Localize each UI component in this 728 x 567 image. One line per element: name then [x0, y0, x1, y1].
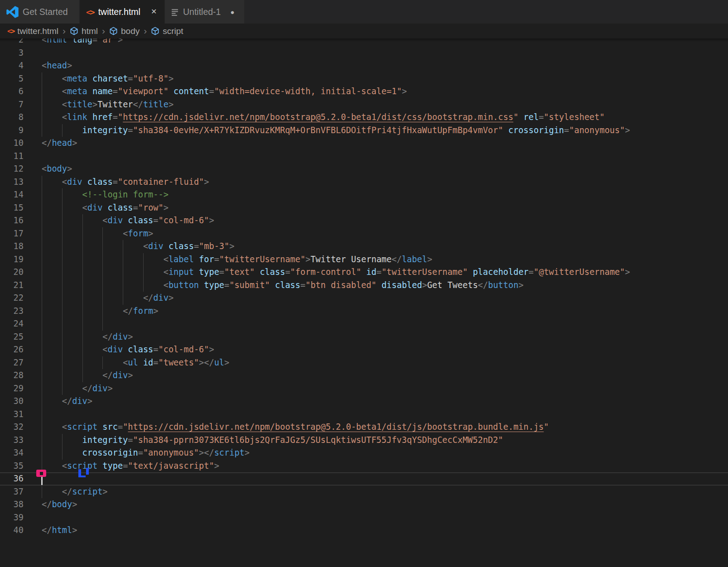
tab-get-started[interactable]: Get Started: [0, 0, 80, 24]
code-line[interactable]: 11: [0, 150, 728, 163]
code-line[interactable]: 20 <input type="text" class="form-contro…: [0, 266, 728, 279]
code-line[interactable]: 12<body>: [0, 163, 728, 176]
line-number[interactable]: 24: [0, 317, 24, 331]
code-line[interactable]: 13 <div class="container-fluid">: [0, 176, 728, 189]
code-line-content[interactable]: <input type="text" class="form-control" …: [42, 266, 630, 279]
line-number[interactable]: 19: [0, 253, 24, 266]
code-line-content[interactable]: </div>: [42, 292, 174, 305]
line-number[interactable]: 38: [0, 498, 24, 511]
code-line[interactable]: 16 <div class="col-md-6">: [0, 214, 728, 227]
code-line-content[interactable]: </form>: [42, 305, 159, 318]
line-number[interactable]: 7: [0, 98, 24, 111]
line-number[interactable]: 34: [0, 447, 24, 460]
code-line[interactable]: 36: [0, 472, 728, 485]
code-line[interactable]: 22 </div>: [0, 292, 728, 305]
line-number[interactable]: 28: [0, 369, 24, 382]
code-line[interactable]: 17 <form>: [0, 227, 728, 240]
code-line[interactable]: 8 <link href="https://cdn.jsdelivr.net/n…: [0, 111, 728, 124]
code-line-content[interactable]: </head>: [42, 137, 77, 150]
code-line[interactable]: 9 integrity="sha384-0evHe/X+R7YkIZDRvuzK…: [0, 124, 728, 137]
code-line[interactable]: 7 <title>Twitter</title>: [0, 98, 728, 111]
code-line[interactable]: 27 <ul id="tweets"></ul>: [0, 356, 728, 370]
line-number[interactable]: 10: [0, 137, 24, 150]
code-rows[interactable]: 2<html lang="ar">34<head>5 <meta charset…: [0, 34, 728, 537]
code-line[interactable]: 25 </div>: [0, 331, 728, 344]
line-number[interactable]: 18: [0, 240, 24, 253]
code-line-content[interactable]: <link href="https://cdn.jsdelivr.net/npm…: [42, 111, 605, 124]
code-line[interactable]: 29 </div>: [0, 382, 728, 395]
code-line[interactable]: 18 <div class="mb-3">: [0, 240, 728, 253]
code-editor[interactable]: 2<html lang="ar">34<head>5 <meta charset…: [0, 0, 728, 567]
code-line-content[interactable]: </div>: [42, 369, 133, 382]
code-line[interactable]: 39: [0, 511, 728, 524]
line-number[interactable]: 37: [0, 485, 24, 499]
code-line-content[interactable]: <label for="twitterUsername">Twitter Use…: [42, 253, 432, 266]
line-number[interactable]: 16: [0, 214, 24, 227]
line-number[interactable]: 25: [0, 331, 24, 344]
line-number[interactable]: 17: [0, 227, 24, 240]
code-line[interactable]: 19 <label for="twitterUsername">Twitter …: [0, 253, 728, 266]
code-line-content[interactable]: <button type="submit" class="btn disable…: [42, 279, 524, 292]
code-line-content[interactable]: crossorigin="anonymous"></script>: [42, 447, 250, 460]
code-line[interactable]: 24: [0, 317, 728, 331]
code-line[interactable]: 6 <meta name="viewport" content="width=d…: [0, 85, 728, 98]
code-line[interactable]: 28 </div>: [0, 369, 728, 382]
tab-untitled-1[interactable]: Untitled-1 ●: [165, 0, 245, 24]
code-line[interactable]: 15 <div class="row">: [0, 202, 728, 215]
code-line[interactable]: 4<head>: [0, 59, 728, 72]
line-number[interactable]: 4: [0, 59, 24, 72]
code-line[interactable]: 10</head>: [0, 137, 728, 150]
code-line-content[interactable]: <div class="row">: [42, 202, 169, 215]
line-number[interactable]: 12: [0, 163, 24, 176]
breadcrumb-item-script[interactable]: script: [151, 26, 183, 36]
code-line[interactable]: 30 </div>: [0, 395, 728, 408]
line-number[interactable]: 6: [0, 85, 24, 98]
code-line-content[interactable]: </div>: [42, 331, 133, 344]
code-line-content[interactable]: <div class="mb-3">: [42, 240, 234, 253]
line-number[interactable]: 27: [0, 356, 24, 370]
breadcrumb-item-body[interactable]: body: [109, 26, 140, 36]
line-number[interactable]: 23: [0, 305, 24, 318]
code-line-content[interactable]: integrity="sha384-pprn3073KE6tl6bjs2QrFa…: [42, 434, 503, 447]
line-number[interactable]: 8: [0, 111, 24, 124]
code-line[interactable]: 14 <!--login form-->: [0, 188, 728, 202]
code-line[interactable]: 3: [0, 47, 728, 60]
line-number[interactable]: 39: [0, 511, 24, 524]
code-line[interactable]: 5 <meta charset="utf-8">: [0, 72, 728, 86]
code-line-content[interactable]: <head>: [42, 59, 72, 72]
line-number[interactable]: 40: [0, 524, 24, 537]
code-line[interactable]: 34 crossorigin="anonymous"></script>: [0, 447, 728, 460]
breadcrumb-item-file[interactable]: <> twitter.html: [7, 26, 58, 36]
modified-dot-icon[interactable]: ●: [230, 9, 234, 15]
line-number[interactable]: 35: [0, 460, 24, 473]
code-line-content[interactable]: <div class="col-md-6">: [42, 343, 214, 356]
code-line-content[interactable]: <meta name="viewport" content="width=dev…: [42, 85, 407, 98]
code-line-content[interactable]: <script src="https://cdn.jsdelivr.net/np…: [42, 421, 549, 434]
code-line[interactable]: 32 <script src="https://cdn.jsdelivr.net…: [0, 421, 728, 434]
code-line-content[interactable]: </div>: [42, 382, 113, 395]
code-line[interactable]: 33 integrity="sha384-pprn3073KE6tl6bjs2Q…: [0, 434, 728, 447]
line-number[interactable]: 21: [0, 279, 24, 292]
code-line-content[interactable]: <!--login form-->: [42, 188, 169, 202]
code-line-content[interactable]: <body>: [42, 163, 72, 176]
code-line[interactable]: 40</html>: [0, 524, 728, 537]
code-line-content[interactable]: </body>: [42, 498, 77, 511]
line-number[interactable]: 14: [0, 188, 24, 202]
line-number[interactable]: 26: [0, 343, 24, 356]
code-line-content[interactable]: <form>: [42, 227, 153, 240]
code-line[interactable]: 26 <div class="col-md-6">: [0, 343, 728, 356]
code-line-content[interactable]: <title>Twitter</title>: [42, 98, 174, 111]
line-number[interactable]: 32: [0, 421, 24, 434]
line-number[interactable]: 29: [0, 382, 24, 395]
code-line-content[interactable]: </html>: [42, 524, 77, 537]
line-number[interactable]: 13: [0, 176, 24, 189]
code-line[interactable]: 35 <script type="text/javascript">: [0, 460, 728, 473]
tab-twitter-html[interactable]: <> twitter.html ✕: [80, 0, 165, 24]
code-line[interactable]: 38</body>: [0, 498, 728, 511]
code-line-content[interactable]: <meta charset="utf-8">: [42, 72, 174, 86]
code-line-content[interactable]: </script>: [42, 485, 108, 499]
code-line-content[interactable]: </div>: [42, 395, 92, 408]
line-number[interactable]: 36: [0, 472, 24, 485]
line-number[interactable]: 20: [0, 266, 24, 279]
code-line-content[interactable]: <div class="col-md-6">: [42, 214, 214, 227]
